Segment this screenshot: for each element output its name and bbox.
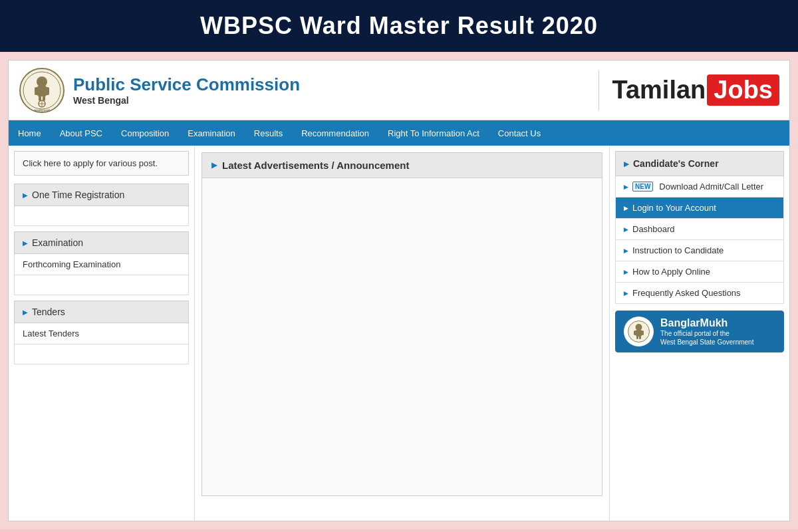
banglarmukh-subtitle: The official portal of theWest Bengal St… <box>660 329 753 346</box>
otr-label: One Time Registration <box>32 190 124 200</box>
right-sidebar: Candidate's Corner NEW Download Admit/Ca… <box>610 146 789 521</box>
svg-rect-3 <box>37 86 47 96</box>
apply-text: Click here to apply for various post. <box>23 158 158 168</box>
tenders-section: Tenders Latest Tenders <box>14 301 189 364</box>
faq-item[interactable]: Frequently Asked Questions <box>615 283 784 304</box>
svg-rect-17 <box>636 336 638 339</box>
one-time-registration-section: One Time Registration <box>14 184 189 226</box>
svg-rect-5 <box>45 87 49 95</box>
instruction-candidate-item[interactable]: Instruction to Candidate <box>615 240 784 261</box>
nav-rti[interactable]: Right To Information Act <box>378 120 489 146</box>
exam-spacer <box>14 275 189 295</box>
nav-results[interactable]: Results <box>245 120 292 146</box>
site-header: सत्यमेव जयते Public Service Commission W… <box>9 61 789 120</box>
latest-tenders-label: Latest Tenders <box>23 329 79 338</box>
announcements-header: Latest Advertisements / Announcement <box>202 153 602 178</box>
how-to-apply-label: How to Apply Online <box>632 267 710 277</box>
banglarmukh-title: BanglarMukh <box>660 317 753 329</box>
banglarmukh-text: BanglarMukh The official portal of theWe… <box>660 317 753 346</box>
candidates-corner-header: Candidate's Corner <box>615 151 784 176</box>
tenders-spacer <box>14 344 189 364</box>
candidates-corner-label: Candidate's Corner <box>633 158 719 169</box>
brand-tamilan: Tamilan <box>612 76 706 104</box>
middle-content: Latest Advertisements / Announcement <box>195 146 610 521</box>
emblem-icon: सत्यमेव जयते <box>19 67 65 114</box>
org-name-main: Public Service Commission <box>73 74 300 95</box>
nav-examination[interactable]: Examination <box>178 120 245 146</box>
exam-label: Examination <box>32 237 83 248</box>
latest-tenders-item[interactable]: Latest Tenders <box>14 323 189 344</box>
content-area: Click here to apply for various post. On… <box>9 146 789 521</box>
new-badge: NEW <box>632 182 653 192</box>
dashboard-label: Dashboard <box>632 224 675 234</box>
how-to-apply-item[interactable]: How to Apply Online <box>615 261 784 283</box>
org-name: Public Service Commission West Bengal <box>73 74 300 106</box>
svg-text:सत्यमेव जयते: सत्यमेव जयते <box>33 108 50 112</box>
page-title: WBPSC Ward Master Result 2020 <box>0 0 798 52</box>
announcements-box: Latest Advertisements / Announcement <box>201 152 602 496</box>
examination-section: Examination Forthcoming Examination <box>14 231 189 295</box>
instruction-label: Instruction to Candidate <box>632 245 724 255</box>
brand-jobs: Jobs <box>707 74 779 106</box>
banglarmukh-banner[interactable]: BanglarMukh The official portal of theWe… <box>615 311 784 352</box>
examination-header[interactable]: Examination <box>14 231 189 254</box>
svg-point-13 <box>636 324 642 331</box>
login-account-item[interactable]: Login to Your Account <box>615 198 784 219</box>
tenders-header[interactable]: Tenders <box>14 301 189 323</box>
site-container: सत्यमेव जयते Public Service Commission W… <box>8 60 790 521</box>
svg-rect-18 <box>639 336 641 339</box>
otr-spacer <box>14 206 189 226</box>
svg-rect-15 <box>634 331 636 335</box>
apply-box[interactable]: Click here to apply for various post. <box>14 151 189 176</box>
left-sidebar: Click here to apply for various post. On… <box>9 146 195 521</box>
logo-area: सत्यमेव जयते Public Service Commission W… <box>19 67 598 114</box>
nav-home[interactable]: Home <box>9 120 51 146</box>
svg-rect-4 <box>35 87 39 95</box>
tenders-label: Tenders <box>32 307 65 317</box>
banglarmukh-emblem-icon <box>624 317 654 346</box>
nav-contact[interactable]: Contact Us <box>489 120 550 146</box>
announcements-title: Latest Advertisements / Announcement <box>222 160 409 171</box>
nav-about-psc[interactable]: About PSC <box>51 120 112 146</box>
download-admit-item[interactable]: NEW Download Admit/Call Letter <box>615 176 784 198</box>
svg-rect-14 <box>636 330 642 336</box>
nav-bar: Home About PSC Composition Examination R… <box>9 120 789 146</box>
download-admit-label: Download Admit/Call Letter <box>659 182 763 192</box>
svg-rect-16 <box>641 331 644 335</box>
faq-label: Frequently Asked Questions <box>632 288 741 298</box>
forthcoming-examination-item[interactable]: Forthcoming Examination <box>14 254 189 275</box>
one-time-registration-header[interactable]: One Time Registration <box>14 184 189 206</box>
login-label: Login to Your Account <box>632 203 716 213</box>
divider <box>598 70 599 110</box>
title-text: WBPSC Ward Master Result 2020 <box>200 12 598 39</box>
main-wrapper: सत्यमेव जयते Public Service Commission W… <box>0 52 798 529</box>
svg-point-2 <box>37 76 47 87</box>
nav-recommendation[interactable]: Recommendation <box>292 120 378 146</box>
brand-area: Tamilan Jobs <box>612 74 779 106</box>
forthcoming-exam-label: Forthcoming Examination <box>23 259 120 269</box>
org-name-sub: West Bengal <box>73 95 300 106</box>
nav-composition[interactable]: Composition <box>112 120 178 146</box>
dashboard-item[interactable]: Dashboard <box>615 219 784 240</box>
